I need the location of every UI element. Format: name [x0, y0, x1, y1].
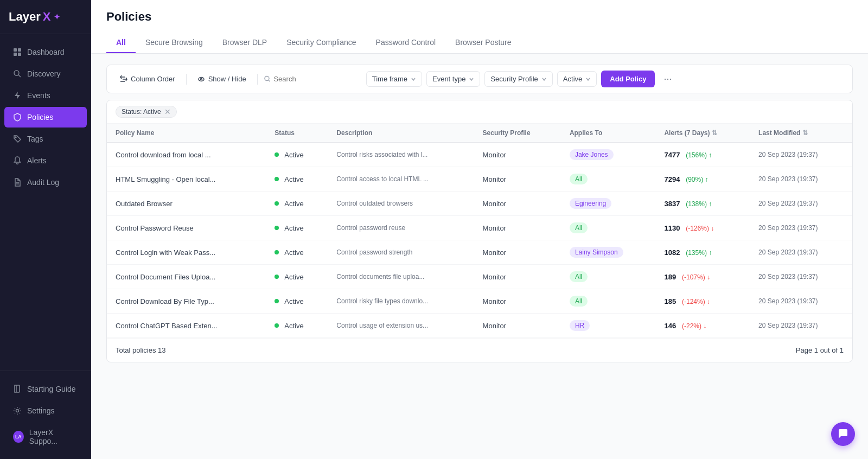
security-profile-select[interactable]: Security Profile [484, 71, 552, 87]
svg-point-11 [16, 410, 19, 412]
col-last-modified[interactable]: Last Modified⇅ [750, 124, 852, 143]
tag-icon [13, 135, 22, 143]
alert-count: 1130 [664, 224, 680, 232]
alert-trend: (-22%) ↓ [682, 322, 706, 330]
cell-status: Active [266, 265, 328, 289]
cell-description: Control risks associated with l... [328, 143, 474, 167]
search-input[interactable] [273, 75, 361, 83]
sidebar-item-discovery[interactable]: Discovery [4, 63, 87, 84]
cell-last-modified: 20 Sep 2023 (19:37) [750, 167, 852, 192]
pagination-info: Page 1 out of 1 [796, 346, 844, 354]
column-order-button[interactable]: Column Order [116, 73, 180, 85]
tab-password-control[interactable]: Password Control [366, 33, 446, 53]
svg-rect-0 [14, 48, 17, 52]
alert-count: 1082 [664, 248, 680, 257]
sidebar-item-support[interactable]: LA LayerX Suppo... [4, 422, 87, 451]
table-row[interactable]: Control Login with Weak Pass... Active C… [107, 240, 852, 265]
cell-status: Active [266, 216, 328, 240]
eye-icon [197, 75, 205, 83]
filter-close-button[interactable]: ✕ [164, 108, 171, 116]
cell-description: Control access to local HTML ... [328, 167, 474, 192]
cell-policy-name: HTML Smuggling - Open local... [107, 167, 266, 192]
col-alerts[interactable]: Alerts (7 Days)⇅ [655, 124, 750, 143]
applies-badge: All [570, 271, 588, 282]
security-profile-label: Security Profile [490, 75, 538, 83]
book-icon [13, 385, 22, 393]
cell-last-modified: 20 Sep 2023 (19:37) [750, 240, 852, 265]
logo: LayerX ✦ [9, 10, 82, 24]
cell-applies-to: HR [561, 314, 656, 338]
support-chat-button[interactable] [831, 422, 855, 446]
cell-policy-name: Control Login with Weak Pass... [107, 240, 266, 265]
svg-marker-6 [15, 92, 20, 99]
column-order-label: Column Order [131, 75, 175, 83]
sidebar-item-audit[interactable]: Audit Log [4, 172, 87, 193]
cell-description: Control outdated browsers [328, 192, 474, 216]
tab-browser-posture[interactable]: Browser Posture [445, 33, 521, 53]
sidebar-item-alerts[interactable]: Alerts [4, 150, 87, 171]
alert-trend: (135%) ↑ [686, 249, 712, 257]
show-hide-button[interactable]: Show / Hide [193, 73, 251, 85]
status-label: Active [284, 273, 303, 281]
cell-applies-to: Egineering [561, 192, 656, 216]
more-options-button[interactable]: ··· [659, 71, 676, 87]
sidebar-item-settings[interactable]: Settings [4, 400, 87, 421]
table-row[interactable]: HTML Smuggling - Open local... Active Co… [107, 167, 852, 192]
alert-trend: (-126%) ↓ [686, 225, 714, 232]
svg-rect-2 [14, 53, 17, 56]
cell-description: Control documents file uploa... [328, 265, 474, 289]
svg-point-4 [14, 71, 19, 75]
table-row[interactable]: Control download from local ... Active C… [107, 143, 852, 167]
table-row[interactable]: Control ChatGPT Based Exten... Active Co… [107, 314, 852, 338]
bell-icon [13, 156, 22, 165]
table-row[interactable]: Outdated Browser Active Control outdated… [107, 192, 852, 216]
applies-badge: All [570, 296, 588, 307]
chevron-down-icon-3 [541, 76, 547, 82]
cell-policy-name: Control Password Reuse [107, 216, 266, 240]
cell-status: Active [266, 192, 328, 216]
sidebar-item-tags-label: Tags [27, 135, 43, 143]
tab-secure-browsing[interactable]: Secure Browsing [136, 33, 213, 53]
sidebar: LayerX ✦ Dashboard Discovery Events Poli… [0, 0, 91, 459]
table-row[interactable]: Control Password Reuse Active Control pa… [107, 216, 852, 240]
divider-2 [257, 74, 258, 85]
sidebar-item-policies-label: Policies [27, 113, 53, 122]
sidebar-item-dashboard-label: Dashboard [27, 48, 65, 56]
table-row[interactable]: Control Document Files Uploa... Active C… [107, 265, 852, 289]
status-dot [275, 250, 279, 254]
cell-description: Control risky file types downlo... [328, 289, 474, 314]
cell-alerts: 1082 (135%) ↑ [655, 240, 750, 265]
logo-star-icon: ✦ [54, 12, 60, 21]
event-type-select[interactable]: Event type [426, 71, 480, 87]
sidebar-item-events[interactable]: Events [4, 85, 87, 106]
cell-policy-name: Outdated Browser [107, 192, 266, 216]
svg-point-17 [265, 76, 269, 81]
cell-alerts: 7477 (156%) ↑ [655, 143, 750, 167]
tab-browser-dlp[interactable]: Browser DLP [213, 33, 277, 53]
page-title: Policies [106, 10, 853, 24]
col-security-profile: Security Profile [474, 124, 561, 143]
add-policy-button[interactable]: Add Policy [601, 71, 655, 87]
sidebar-item-discovery-label: Discovery [27, 69, 60, 78]
applies-badge: Egineering [570, 198, 611, 209]
status-dot [275, 201, 279, 206]
cell-status: Active [266, 240, 328, 265]
toolbar: Column Order Show / Hide Time frame Even… [106, 65, 853, 93]
content-area: Column Order Show / Hide Time frame Even… [91, 54, 868, 459]
table-row[interactable]: Control Download By File Typ... Active C… [107, 289, 852, 314]
svg-rect-1 [18, 48, 21, 52]
sidebar-item-starting-guide-label: Starting Guide [27, 385, 76, 393]
time-frame-select[interactable]: Time frame [366, 71, 422, 87]
sidebar-item-policies[interactable]: Policies [4, 107, 87, 127]
status-dot [275, 177, 279, 181]
sidebar-item-dashboard[interactable]: Dashboard [4, 42, 87, 62]
cell-security-profile: Monitor [474, 240, 561, 265]
alert-count: 185 [664, 297, 676, 305]
status-filter-select[interactable]: Active [557, 71, 597, 87]
tab-security-compliance[interactable]: Security Compliance [277, 33, 366, 53]
time-frame-label: Time frame [372, 75, 407, 83]
sidebar-item-starting-guide[interactable]: Starting Guide [4, 379, 87, 399]
tab-all[interactable]: All [106, 33, 136, 53]
sidebar-item-tags[interactable]: Tags [4, 129, 87, 149]
sidebar-item-audit-label: Audit Log [27, 178, 59, 187]
